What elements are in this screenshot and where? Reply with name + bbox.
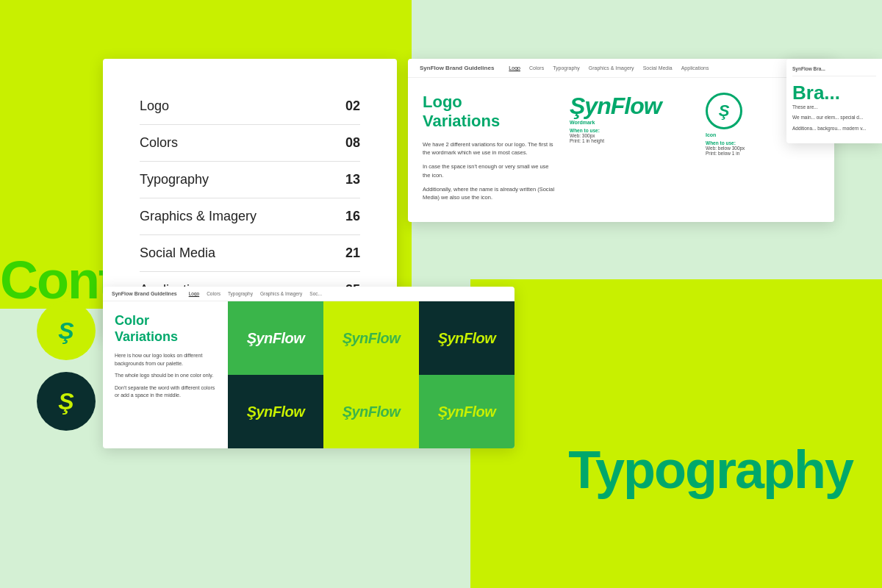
logo-card-desc3: Additionally, where the name is already …	[423, 185, 555, 202]
icon-print: Print: below 1 in	[706, 151, 820, 156]
logo-card-nav: Logo Colors Typography Graphics & Imager…	[509, 65, 709, 71]
wordmark-web: Web: 300px	[570, 133, 684, 138]
color-card-body: ColorVariations Here is how our logo loo…	[103, 301, 514, 448]
synflow-text-5: ŞynFlow	[343, 404, 401, 420]
toc-item-logo[interactable]: Logo 02	[140, 88, 360, 125]
color-variations-card: SynFlow Brand Guidelines Logo Colors Typ…	[103, 287, 514, 448]
color-cell-1: ŞynFlow	[228, 301, 323, 375]
toc-number-colors: 08	[345, 135, 360, 151]
toc-number-typography: 13	[345, 172, 360, 187]
right-card-text2: We main... our elem... special d...	[792, 114, 876, 121]
toc-label-logo: Logo	[140, 98, 169, 114]
typography-label: Typography	[568, 440, 853, 500]
icon-web: Web: below 300px	[706, 146, 820, 151]
nav-social[interactable]: Social Media	[643, 65, 673, 71]
color-nav-social[interactable]: Soc...	[309, 291, 322, 296]
logo-visual-row: ŞynFlow Wordmark When to use: Web: 300px…	[570, 93, 820, 156]
color-variations-title: ColorVariations	[115, 313, 216, 345]
synflow-text-2: ŞynFlow	[343, 330, 401, 347]
toc-label-social: Social Media	[140, 245, 215, 261]
toc-item-graphics[interactable]: Graphics & Imagery 16	[140, 198, 360, 235]
logo-variations-card: SynFlow Brand Guidelines Logo Colors Typ…	[408, 59, 834, 222]
right-partial-card: SynFlow Bra... Bra... These are... We ma…	[786, 59, 882, 143]
color-nav-typography[interactable]: Typography	[228, 291, 253, 296]
logo-card-body: LogoVariations We have 2 different varia…	[408, 78, 834, 222]
nav-logo[interactable]: Logo	[509, 65, 520, 71]
logo-card-desc1: We have 2 different variations for our l…	[423, 140, 555, 157]
color-nav-colors[interactable]: Colors	[207, 291, 220, 296]
synflow-text-1: ŞynFlow	[247, 330, 305, 347]
color-nav-graphics[interactable]: Graphics & Imagery	[260, 291, 302, 296]
color-cell-5: ŞynFlow	[323, 375, 419, 448]
color-nav-logo[interactable]: Logo	[189, 291, 199, 296]
synflow-text-4: ŞynFlow	[247, 404, 305, 420]
logo-card-text: LogoVariations We have 2 different varia…	[423, 93, 555, 207]
toc-label-typography: Typography	[140, 172, 209, 187]
nav-graphics[interactable]: Graphics & Imagery	[589, 65, 634, 71]
right-card-text3: Additiona... backgrou... modern v...	[792, 125, 876, 132]
s-icon-light: Ş	[58, 318, 74, 345]
right-card-header: SynFlow Bra...	[792, 66, 876, 76]
color-cell-3: ŞynFlow	[419, 301, 514, 375]
toc-label-colors: Colors	[140, 135, 178, 151]
synflow-icon-circle: Ş	[706, 93, 742, 129]
synflow-text-3: ŞynFlow	[438, 330, 496, 347]
toc-label-graphics: Graphics & Imagery	[140, 209, 257, 224]
nav-typography[interactable]: Typography	[553, 65, 580, 71]
color-card-nav: Logo Colors Typography Graphics & Imager…	[189, 291, 322, 296]
color-grid: ŞynFlow ŞynFlow ŞynFlow ŞynFlow ŞynFlow …	[228, 301, 514, 448]
synflow-text-6: ŞynFlow	[438, 404, 496, 420]
logo-variations-title: LogoVariations	[423, 93, 555, 132]
color-card-brand: SynFlow Brand Guidelines	[112, 291, 177, 296]
toc-number-logo: 02	[345, 98, 360, 114]
nav-colors[interactable]: Colors	[529, 65, 544, 71]
logo-card-desc2: In case the space isn't enough or very s…	[423, 162, 555, 179]
lime-bg-bottomright	[470, 279, 882, 588]
toc-item-colors[interactable]: Colors 08	[140, 125, 360, 162]
logo-circles: Ş Ş	[37, 301, 96, 431]
color-card-left: ColorVariations Here is how our logo loo…	[103, 301, 228, 448]
toc-number-graphics: 16	[345, 209, 360, 224]
color-cell-2: ŞynFlow	[323, 301, 419, 375]
color-card-desc1: Here is how our logo looks on different …	[115, 352, 216, 368]
right-card-text1: These are...	[792, 104, 876, 111]
logo-circle-dark: Ş	[37, 372, 96, 431]
toc-item-social[interactable]: Social Media 21	[140, 235, 360, 272]
wordmark-area: ŞynFlow Wordmark When to use: Web: 300px…	[570, 93, 684, 143]
color-cell-6: ŞynFlow	[419, 375, 514, 448]
color-card-desc3: Don't separate the word with different c…	[115, 384, 216, 400]
toc-item-typography[interactable]: Typography 13	[140, 162, 360, 198]
toc-number-social: 21	[345, 245, 360, 261]
wordmark-label: Wordmark	[570, 120, 684, 125]
synflow-wordmark: ŞynFlow	[570, 93, 684, 120]
logo-card-header: SynFlow Brand Guidelines Logo Colors Typ…	[408, 59, 834, 78]
color-cell-4: ŞynFlow	[228, 375, 323, 448]
brand-title: Bra...	[792, 82, 876, 104]
s-icon-dark: Ş	[58, 388, 74, 415]
nav-applications[interactable]: Applications	[681, 65, 709, 71]
wordmark-when: When to use:	[570, 128, 684, 133]
right-card-brand: SynFlow Bra...	[792, 66, 876, 71]
logo-card-brand: SynFlow Brand Guidelines	[420, 65, 494, 71]
synflow-icon-letter: Ş	[719, 101, 730, 121]
logo-card-visuals: ŞynFlow Wordmark When to use: Web: 300px…	[570, 93, 820, 207]
color-card-desc2: The whole logo should be in one color on…	[115, 372, 216, 380]
logo-circle-light: Ş	[37, 301, 96, 360]
wordmark-print: Print: 1 in height	[570, 138, 684, 143]
color-card-header: SynFlow Brand Guidelines Logo Colors Typ…	[103, 287, 514, 301]
